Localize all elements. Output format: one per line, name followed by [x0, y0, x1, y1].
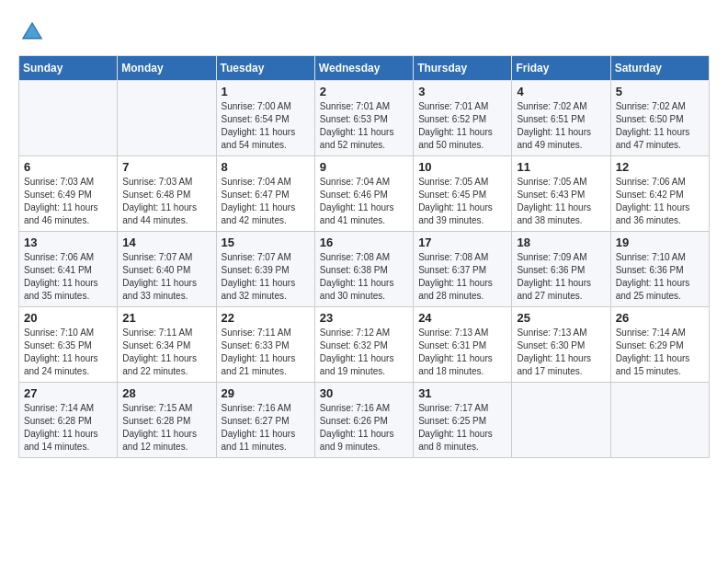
svg-marker-1	[24, 24, 40, 38]
day-cell: 1Sunrise: 7:00 AM Sunset: 6:54 PM Daylig…	[216, 81, 314, 156]
day-cell: 19Sunrise: 7:10 AM Sunset: 6:36 PM Dayli…	[610, 232, 709, 307]
day-number: 25	[517, 311, 605, 325]
day-cell	[118, 81, 216, 156]
day-number: 24	[418, 311, 506, 325]
day-info: Sunrise: 7:11 AM Sunset: 6:34 PM Dayligh…	[122, 327, 210, 378]
day-number: 16	[320, 236, 408, 249]
day-number: 5	[616, 85, 704, 98]
day-info: Sunrise: 7:15 AM Sunset: 6:28 PM Dayligh…	[122, 402, 210, 454]
day-number: 4	[517, 85, 605, 98]
day-cell: 3Sunrise: 7:01 AM Sunset: 6:52 PM Daylig…	[414, 81, 512, 156]
day-cell: 18Sunrise: 7:09 AM Sunset: 6:36 PM Dayli…	[512, 232, 610, 307]
header-cell-saturday: Saturday	[610, 56, 709, 81]
day-cell: 24Sunrise: 7:13 AM Sunset: 6:31 PM Dayli…	[414, 307, 512, 383]
week-row-3: 13Sunrise: 7:06 AM Sunset: 6:41 PM Dayli…	[19, 232, 710, 307]
day-info: Sunrise: 7:03 AM Sunset: 6:48 PM Dayligh…	[122, 176, 210, 227]
day-cell: 14Sunrise: 7:07 AM Sunset: 6:40 PM Dayli…	[118, 232, 216, 307]
day-number: 15	[222, 236, 310, 249]
day-cell: 12Sunrise: 7:06 AM Sunset: 6:42 PM Dayli…	[610, 156, 709, 232]
header-cell-tuesday: Tuesday	[216, 56, 314, 81]
day-cell: 28Sunrise: 7:15 AM Sunset: 6:28 PM Dayli…	[118, 383, 216, 458]
day-info: Sunrise: 7:10 AM Sunset: 6:36 PM Dayligh…	[616, 251, 704, 303]
day-cell: 21Sunrise: 7:11 AM Sunset: 6:34 PM Dayli…	[118, 307, 216, 383]
day-number: 31	[418, 386, 506, 400]
header-cell-friday: Friday	[512, 56, 610, 81]
day-number: 26	[616, 311, 704, 325]
day-info: Sunrise: 7:02 AM Sunset: 6:51 PM Dayligh…	[517, 100, 605, 152]
day-number: 12	[616, 160, 704, 174]
header-row: SundayMondayTuesdayWednesdayThursdayFrid…	[19, 56, 710, 81]
day-number: 6	[24, 160, 112, 174]
day-info: Sunrise: 7:03 AM Sunset: 6:49 PM Dayligh…	[24, 176, 112, 227]
day-number: 22	[222, 311, 310, 325]
day-cell: 29Sunrise: 7:16 AM Sunset: 6:27 PM Dayli…	[216, 383, 314, 458]
calendar-table: SundayMondayTuesdayWednesdayThursdayFrid…	[18, 55, 710, 458]
header-cell-monday: Monday	[118, 56, 216, 81]
day-info: Sunrise: 7:01 AM Sunset: 6:52 PM Dayligh…	[418, 100, 506, 152]
day-info: Sunrise: 7:14 AM Sunset: 6:28 PM Dayligh…	[24, 402, 112, 454]
day-cell: 11Sunrise: 7:05 AM Sunset: 6:43 PM Dayli…	[512, 156, 610, 232]
day-number: 10	[418, 160, 506, 174]
day-cell: 16Sunrise: 7:08 AM Sunset: 6:38 PM Dayli…	[314, 232, 413, 307]
day-number: 8	[222, 160, 310, 174]
day-number: 29	[222, 386, 310, 400]
day-cell: 8Sunrise: 7:04 AM Sunset: 6:47 PM Daylig…	[216, 156, 314, 232]
day-cell: 9Sunrise: 7:04 AM Sunset: 6:46 PM Daylig…	[314, 156, 413, 232]
day-number: 23	[320, 311, 408, 325]
day-number: 28	[122, 386, 210, 400]
logo-icon	[18, 18, 46, 46]
day-cell	[19, 81, 118, 156]
day-cell: 23Sunrise: 7:12 AM Sunset: 6:32 PM Dayli…	[314, 307, 413, 383]
day-cell: 30Sunrise: 7:16 AM Sunset: 6:26 PM Dayli…	[314, 383, 413, 458]
day-cell: 27Sunrise: 7:14 AM Sunset: 6:28 PM Dayli…	[19, 383, 118, 458]
header-cell-sunday: Sunday	[19, 56, 118, 81]
day-number: 13	[24, 236, 112, 249]
day-info: Sunrise: 7:04 AM Sunset: 6:47 PM Dayligh…	[222, 176, 310, 227]
day-number: 1	[222, 85, 310, 98]
day-cell: 31Sunrise: 7:17 AM Sunset: 6:25 PM Dayli…	[414, 383, 512, 458]
day-info: Sunrise: 7:16 AM Sunset: 6:27 PM Dayligh…	[222, 402, 310, 454]
day-cell: 4Sunrise: 7:02 AM Sunset: 6:51 PM Daylig…	[512, 81, 610, 156]
week-row-1: 1Sunrise: 7:00 AM Sunset: 6:54 PM Daylig…	[19, 81, 710, 156]
day-number: 3	[418, 85, 506, 98]
day-info: Sunrise: 7:08 AM Sunset: 6:37 PM Dayligh…	[418, 251, 506, 303]
day-number: 11	[517, 160, 605, 174]
day-cell	[512, 383, 610, 458]
day-number: 2	[320, 85, 408, 98]
day-info: Sunrise: 7:01 AM Sunset: 6:53 PM Dayligh…	[320, 100, 408, 152]
day-cell: 22Sunrise: 7:11 AM Sunset: 6:33 PM Dayli…	[216, 307, 314, 383]
day-cell: 17Sunrise: 7:08 AM Sunset: 6:37 PM Dayli…	[414, 232, 512, 307]
day-number: 27	[24, 386, 112, 400]
week-row-2: 6Sunrise: 7:03 AM Sunset: 6:49 PM Daylig…	[19, 156, 710, 232]
day-info: Sunrise: 7:06 AM Sunset: 6:42 PM Dayligh…	[616, 176, 704, 227]
logo	[18, 18, 50, 46]
day-number: 30	[320, 386, 408, 400]
day-cell: 26Sunrise: 7:14 AM Sunset: 6:29 PM Dayli…	[610, 307, 709, 383]
page-header	[18, 18, 710, 46]
day-cell: 25Sunrise: 7:13 AM Sunset: 6:30 PM Dayli…	[512, 307, 610, 383]
day-cell: 13Sunrise: 7:06 AM Sunset: 6:41 PM Dayli…	[19, 232, 118, 307]
day-cell	[610, 383, 709, 458]
day-info: Sunrise: 7:06 AM Sunset: 6:41 PM Dayligh…	[24, 251, 112, 303]
day-info: Sunrise: 7:02 AM Sunset: 6:50 PM Dayligh…	[616, 100, 704, 152]
day-info: Sunrise: 7:16 AM Sunset: 6:26 PM Dayligh…	[320, 402, 408, 454]
day-info: Sunrise: 7:12 AM Sunset: 6:32 PM Dayligh…	[320, 327, 408, 378]
week-row-4: 20Sunrise: 7:10 AM Sunset: 6:35 PM Dayli…	[19, 307, 710, 383]
day-cell: 5Sunrise: 7:02 AM Sunset: 6:50 PM Daylig…	[610, 81, 709, 156]
day-cell: 15Sunrise: 7:07 AM Sunset: 6:39 PM Dayli…	[216, 232, 314, 307]
day-number: 9	[320, 160, 408, 174]
week-row-5: 27Sunrise: 7:14 AM Sunset: 6:28 PM Dayli…	[19, 383, 710, 458]
day-number: 18	[517, 236, 605, 249]
day-number: 14	[122, 236, 210, 249]
day-number: 20	[24, 311, 112, 325]
day-info: Sunrise: 7:14 AM Sunset: 6:29 PM Dayligh…	[616, 327, 704, 378]
day-cell: 10Sunrise: 7:05 AM Sunset: 6:45 PM Dayli…	[414, 156, 512, 232]
day-info: Sunrise: 7:05 AM Sunset: 6:43 PM Dayligh…	[517, 176, 605, 227]
day-number: 19	[616, 236, 704, 249]
header-cell-wednesday: Wednesday	[314, 56, 413, 81]
day-info: Sunrise: 7:04 AM Sunset: 6:46 PM Dayligh…	[320, 176, 408, 227]
day-info: Sunrise: 7:00 AM Sunset: 6:54 PM Dayligh…	[222, 100, 310, 152]
calendar-body: 1Sunrise: 7:00 AM Sunset: 6:54 PM Daylig…	[19, 81, 710, 458]
day-cell: 20Sunrise: 7:10 AM Sunset: 6:35 PM Dayli…	[19, 307, 118, 383]
calendar-header: SundayMondayTuesdayWednesdayThursdayFrid…	[19, 56, 710, 81]
